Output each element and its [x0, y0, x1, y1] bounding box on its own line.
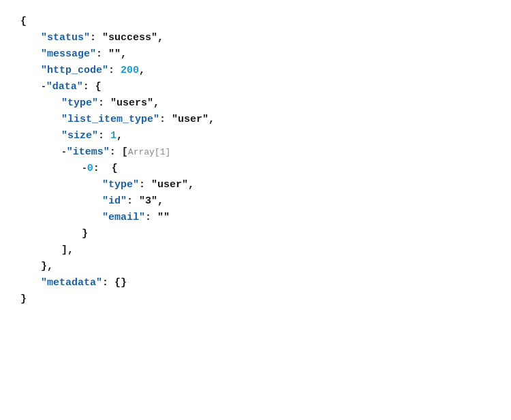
key-metadata: "metadata" [41, 275, 102, 291]
json-line-list-item-type: "list_item_type" : "user" , [20, 112, 491, 128]
json-line-http-code: "http_code" : 200 , [20, 63, 491, 79]
json-line-items: - "items" : [ Array[1] [20, 144, 491, 161]
json-line-email: "email" : "" [20, 210, 491, 226]
json-line-type: "type" : "users" , [20, 95, 491, 112]
json-viewer: { "status" : "success" , "message" : "" … [20, 14, 491, 308]
key-item-type: "type" [102, 177, 139, 193]
value-list-item-type: "user" [172, 112, 208, 128]
json-line-close-brace: } [20, 291, 491, 308]
items-close-bracket: ], [61, 242, 74, 259]
collapse-items-icon[interactable]: - [61, 146, 67, 160]
value-type: "users" [110, 95, 153, 112]
value-email: "" [157, 210, 170, 226]
json-line-metadata: "metadata" : {} [20, 275, 491, 291]
json-line-items-close: ], [20, 242, 491, 259]
item-close-brace: } [82, 226, 88, 242]
json-line-status: "status" : "success" , [20, 30, 491, 46]
json-line-open-brace: { [20, 14, 491, 30]
value-status: "success" [102, 30, 157, 46]
key-type: "type" [61, 95, 98, 112]
json-line-size: "size" : 1 , [20, 128, 491, 144]
json-line-message: "message" : "" , [20, 46, 491, 63]
json-line-data: - "data" : { [20, 79, 491, 95]
key-data: "data" [46, 79, 83, 95]
key-id: "id" [102, 193, 127, 210]
key-size: "size" [61, 128, 98, 144]
key-items: "items" [67, 144, 110, 161]
key-http-code: "http_code" [41, 63, 108, 79]
json-line-index-0: - 0 : { [20, 161, 491, 177]
value-message: "" [108, 46, 121, 63]
value-metadata: {} [114, 275, 127, 291]
open-brace: { [20, 14, 27, 30]
key-list-item-type: "list_item_type" [61, 112, 159, 128]
json-line-data-close: }, [20, 259, 491, 275]
json-line-id: "id" : "3" , [20, 193, 491, 210]
collapse-data-icon[interactable]: - [41, 80, 46, 95]
json-line-item-type: "type" : "user" , [20, 177, 491, 193]
data-close-brace: }, [41, 259, 53, 275]
close-brace: } [20, 291, 27, 308]
key-status: "status" [41, 30, 90, 46]
json-line-item-close: } [20, 226, 491, 242]
key-email: "email" [102, 210, 145, 226]
value-item-type: "user" [151, 177, 188, 193]
value-http-code: 200 [121, 63, 139, 79]
index-0: 0 [87, 161, 93, 177]
value-size: 1 [110, 128, 117, 144]
collapse-index-0-icon[interactable]: - [82, 162, 87, 176]
key-message: "message" [41, 46, 96, 63]
value-id: "3" [139, 193, 157, 210]
array-hint: Array[1] [128, 146, 170, 160]
